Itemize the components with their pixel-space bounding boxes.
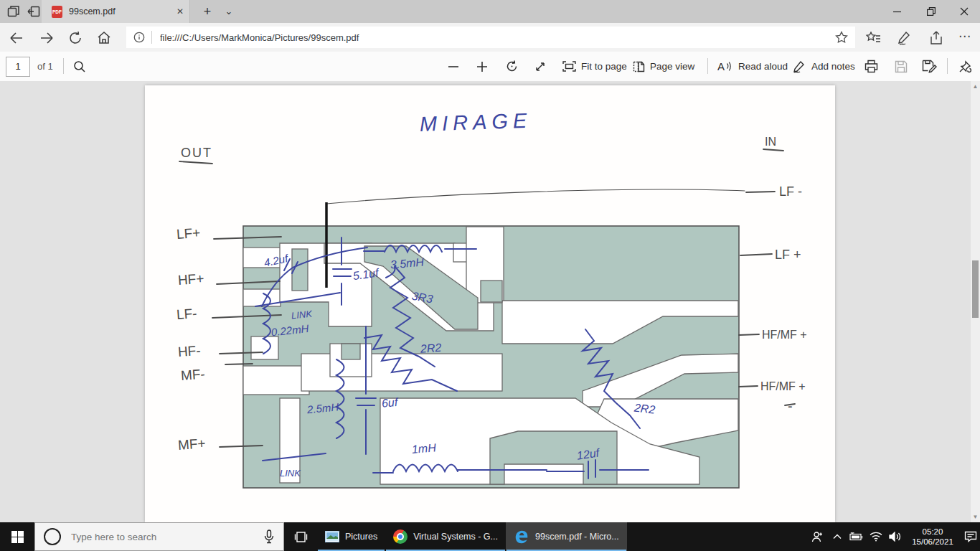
- page-view-icon: [633, 60, 645, 73]
- save-as-button[interactable]: [922, 57, 937, 75]
- schematic-drawing: OUT IN LF+ HF+ LF- HF- MF- MF+ LF - LF +…: [145, 85, 835, 522]
- set-tabs-aside-icon[interactable]: [27, 5, 40, 18]
- label-6uf: 6uf: [381, 396, 399, 410]
- out-label: OUT: [181, 146, 212, 160]
- zoom-in-button[interactable]: [476, 57, 488, 75]
- system-tray: 05:20 15/06/2021: [808, 522, 980, 551]
- read-aloud-label: Read aloud: [738, 61, 788, 72]
- microphone-icon[interactable]: [263, 529, 275, 544]
- fullscreen-button[interactable]: [534, 57, 547, 75]
- read-aloud-button[interactable]: A Read aloud: [717, 57, 788, 75]
- battery-icon[interactable]: [847, 522, 866, 551]
- terminal-lf-minus-right: LF -: [779, 184, 802, 199]
- taskbar-app-chrome[interactable]: Virtual Systems - G...: [385, 522, 506, 551]
- zoom-out-button[interactable]: [448, 57, 459, 75]
- terminal-hfmf-plus-right: HF/MF +: [762, 329, 807, 341]
- taskbar-clock[interactable]: 05:20 15/06/2021: [908, 527, 958, 547]
- window-close-button[interactable]: [948, 0, 980, 23]
- wifi-icon[interactable]: [866, 522, 885, 551]
- task-view-button[interactable]: [284, 522, 317, 551]
- terminal-lf-plus-left: LF+: [176, 225, 201, 242]
- tab-preview-icon[interactable]: [7, 5, 20, 18]
- window-restore-button[interactable]: [915, 0, 947, 23]
- clock-date: 15/06/2021: [908, 537, 958, 547]
- volume-icon[interactable]: [885, 522, 905, 551]
- scroll-down-icon[interactable]: ▼: [972, 514, 979, 520]
- toolbar-divider: [707, 58, 708, 74]
- page-view-label: Page view: [650, 61, 694, 72]
- label-1mh: 1mH: [411, 441, 437, 456]
- page-info-icon[interactable]: [133, 32, 145, 43]
- navigation-bar: ⋯: [0, 23, 980, 52]
- new-tab-button[interactable]: +: [198, 3, 217, 20]
- page-count-label: of 1: [37, 61, 53, 72]
- page-view-button[interactable]: Page view: [633, 57, 694, 75]
- taskbar-app-edge[interactable]: 99scem.pdf - Micro...: [506, 522, 627, 551]
- pdf-search-button[interactable]: [73, 57, 86, 75]
- back-icon[interactable]: [9, 30, 24, 46]
- terminal-hf-minus-left: HF-: [177, 343, 201, 359]
- forward-icon[interactable]: [39, 30, 55, 46]
- share-icon[interactable]: [928, 30, 944, 46]
- address-bar[interactable]: [126, 27, 855, 48]
- address-divider: [151, 31, 152, 44]
- start-button[interactable]: [0, 522, 34, 551]
- refresh-icon[interactable]: [67, 30, 83, 46]
- taskbar-search[interactable]: [34, 522, 284, 551]
- address-input[interactable]: [159, 32, 828, 44]
- browser-tab[interactable]: PDF 99scem.pdf ✕: [42, 0, 190, 23]
- favorites-hub-icon[interactable]: [865, 30, 881, 46]
- schematic-title: MIRAGE: [419, 109, 532, 136]
- in-label: IN: [765, 136, 776, 148]
- tab-dropdown-icon[interactable]: ⌄: [220, 3, 238, 20]
- tab-bar: PDF 99scem.pdf ✕ + ⌄: [0, 0, 980, 24]
- tray-chevron-up-icon[interactable]: [827, 522, 847, 551]
- scrollbar[interactable]: ▲ ▼: [971, 81, 980, 522]
- add-notes-pen-icon: [792, 60, 806, 73]
- fit-to-page-icon: [562, 61, 576, 72]
- favorite-star-icon[interactable]: [835, 31, 848, 44]
- terminal-lf-minus-left: LF-: [176, 306, 197, 322]
- taskbar-app-pictures[interactable]: Pictures: [317, 522, 385, 551]
- people-icon[interactable]: [808, 522, 827, 551]
- search-input[interactable]: [70, 531, 263, 543]
- print-button[interactable]: [864, 57, 878, 75]
- terminal-mf-minus-left: MF-: [180, 367, 205, 383]
- cortana-icon[interactable]: [44, 528, 61, 545]
- pdf-file-icon: PDF: [52, 6, 62, 18]
- add-notes-button[interactable]: Add notes: [792, 57, 855, 75]
- toolbar-divider: [947, 58, 948, 74]
- app-label: Pictures: [345, 532, 377, 542]
- pdf-toolbar: 1 of 1 Fit to page Page view A Read alou…: [0, 52, 980, 82]
- save-button[interactable]: [895, 57, 908, 75]
- app-label: 99scem.pdf - Micro...: [535, 532, 619, 542]
- explorer-pictures-icon: [325, 531, 339, 542]
- web-note-pen-icon[interactable]: [897, 30, 913, 46]
- window-minimize-button[interactable]: [881, 0, 913, 23]
- tab-title: 99scem.pdf: [69, 6, 171, 17]
- read-aloud-letter: A: [717, 60, 725, 72]
- more-options-icon[interactable]: ⋯: [958, 29, 971, 44]
- pdf-page: OUT IN LF+ HF+ LF- HF- MF- MF+ LF - LF +…: [145, 85, 835, 522]
- fit-to-page-label: Fit to page: [581, 61, 627, 72]
- terminal-mf-plus-left: MF+: [177, 435, 206, 453]
- unpin-toolbar-button[interactable]: [958, 57, 971, 75]
- fit-to-page-button[interactable]: Fit to page: [562, 57, 627, 75]
- read-aloud-icon: A: [717, 60, 733, 73]
- terminal-hfmf-plus2-right: HF/MF +: [760, 380, 806, 392]
- page-number-input[interactable]: 1: [6, 57, 30, 77]
- scrollbar-thumb[interactable]: [972, 260, 979, 318]
- tab-close-icon[interactable]: ✕: [171, 2, 189, 21]
- chrome-icon: [393, 529, 407, 544]
- action-center-icon[interactable]: [961, 522, 980, 551]
- scroll-up-icon[interactable]: ▲: [972, 83, 979, 90]
- home-icon[interactable]: [96, 30, 112, 46]
- edge-icon: [514, 529, 529, 545]
- label-2r2-mid: 2R2: [419, 342, 442, 355]
- terminal-minus-note-right: -: [788, 398, 793, 414]
- label-link-bottom: LINK: [280, 468, 301, 479]
- add-notes-label: Add notes: [811, 61, 855, 72]
- terminal-hf-plus-left: HF+: [177, 270, 204, 287]
- clock-time: 05:20: [908, 527, 958, 537]
- rotate-button[interactable]: [505, 57, 519, 75]
